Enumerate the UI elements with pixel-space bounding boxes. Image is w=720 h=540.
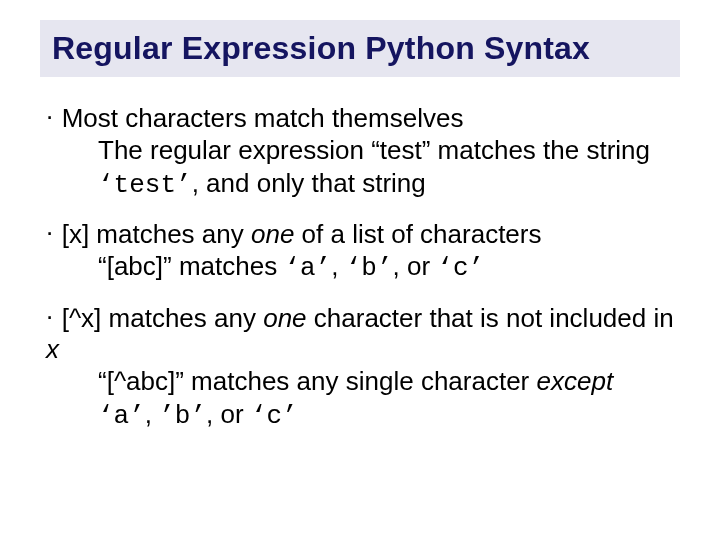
bullet-2-sub-pre: “[abc]” matches: [98, 251, 284, 281]
em-one: one: [251, 219, 294, 249]
bullet-list: · Most characters match themselves The r…: [40, 103, 680, 432]
bullet-2-head: [x] matches any one of a list of charact…: [62, 219, 542, 249]
bullet-marker: ·: [46, 103, 53, 129]
sep-or: , or: [206, 399, 251, 429]
bullet-2-sub: “[abc]” matches ‘a’, ‘b’, or ‘c’: [98, 250, 680, 285]
sep: ,: [145, 399, 159, 429]
bullet-3-sub: “[^abc]” matches any single character ex…: [98, 365, 680, 432]
bullet-2: · [x] matches any one of a list of chara…: [46, 219, 680, 285]
em-x: x: [46, 334, 59, 364]
code-b: ‘b’: [346, 253, 393, 283]
em-except: except: [537, 366, 614, 396]
code-b: ’b’: [159, 401, 206, 431]
bullet-1-head: Most characters match themselves: [62, 103, 464, 133]
sep-or: , or: [392, 251, 437, 281]
slide: Regular Expression Python Syntax · Most …: [0, 0, 720, 540]
code-a: ‘a’: [284, 253, 331, 283]
code-c: ‘c’: [251, 401, 298, 431]
bullet-1: · Most characters match themselves The r…: [46, 103, 680, 201]
title-bar: Regular Expression Python Syntax: [40, 20, 680, 77]
bullet-2-head-post: of a list of characters: [294, 219, 541, 249]
bullet-3-head-pre: [^x] matches any: [62, 303, 264, 333]
sep: ,: [331, 251, 345, 281]
bullet-3: · [^x] matches any one character that is…: [46, 303, 680, 432]
bullet-marker: ·: [46, 219, 53, 245]
em-one: one: [263, 303, 306, 333]
bullet-3-head: [^x] matches any one character that is n…: [46, 303, 674, 364]
code-c: ‘c’: [437, 253, 484, 283]
bullet-1-sub-post: , and only that string: [192, 168, 426, 198]
bullet-3-head-post1: character that is not included in: [307, 303, 674, 333]
bullet-2-head-pre: [x] matches any: [62, 219, 251, 249]
code-test: ‘test’: [98, 170, 192, 200]
bullet-1-sub-pre: The regular expression “test” matches th…: [98, 135, 650, 165]
slide-title: Regular Expression Python Syntax: [52, 30, 668, 67]
bullet-3-sub-pre: “[^abc]” matches any single character: [98, 366, 537, 396]
bullet-1-sub: The regular expression “test” matches th…: [98, 134, 680, 201]
code-a: ‘a’: [98, 401, 145, 431]
bullet-marker: ·: [46, 303, 53, 329]
